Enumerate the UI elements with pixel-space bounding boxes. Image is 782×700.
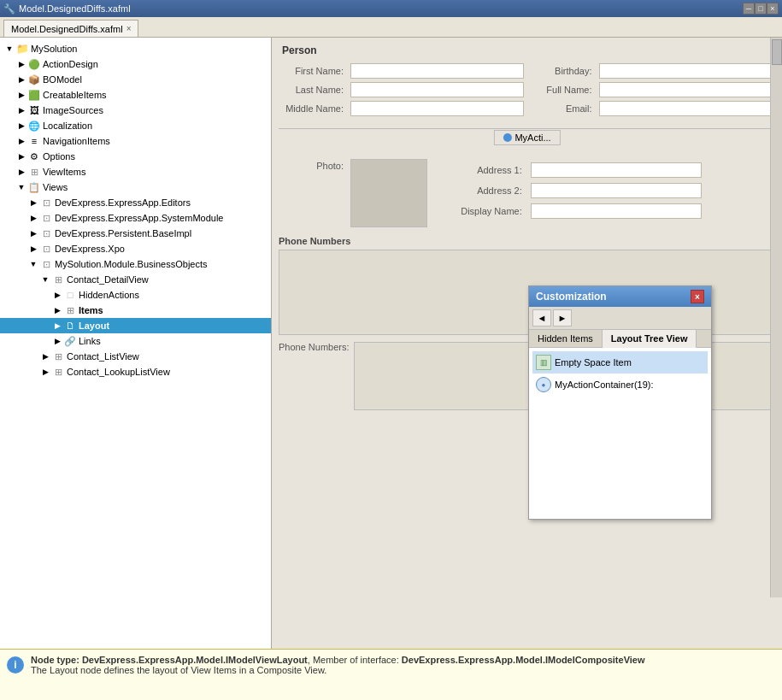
label-fullname: Full Name:	[527, 80, 596, 99]
right-panel-scrollbar[interactable]	[770, 38, 782, 597]
businessobjects-expander[interactable]: ▼	[27, 258, 39, 270]
layout-expander[interactable]: ▶	[51, 320, 63, 332]
options-expander[interactable]: ▶	[15, 150, 27, 162]
systemmodule-expander[interactable]: ▶	[27, 212, 39, 224]
action-button-icon	[503, 133, 511, 142]
main-tab[interactable]: Model.DesignedDiffs.xafml ×	[3, 20, 138, 37]
tree-item-views[interactable]: ▼ 📋 Views	[0, 179, 271, 195]
listview-expander[interactable]: ▶	[39, 350, 51, 362]
empty-space-icon: ▥	[536, 355, 551, 370]
lookuplistview-label: Contact_LookupListView	[67, 367, 170, 377]
tree-item-contact-detailview[interactable]: ▼ ⊞ Contact_DetailView	[0, 272, 271, 287]
input-middlename[interactable]	[350, 101, 524, 116]
customization-title: Customization	[536, 291, 607, 303]
maximize-button[interactable]: □	[755, 3, 767, 15]
layout-icon: 🗋	[63, 319, 77, 332]
info-interface-value: DevExpress.ExpressApp.Model.IModelCompos…	[402, 655, 645, 665]
root-label: MySolution	[31, 44, 77, 54]
tree-item-actiondesign[interactable]: ▶ 🟢 ActionDesign	[0, 56, 271, 72]
tree-item-viewitems[interactable]: ▶ ⊞ ViewItems	[0, 164, 271, 179]
tab-hidden-items[interactable]: Hidden Items	[529, 330, 603, 347]
action-button-label: MyActi...	[514, 132, 550, 143]
root-expander[interactable]: ▼	[3, 43, 15, 55]
options-icon: ⚙	[27, 150, 41, 163]
hiddenactions-expander[interactable]: ▶	[51, 289, 63, 301]
bomodel-expander[interactable]: ▶	[15, 74, 27, 85]
title-bar-controls: ─ □ ×	[743, 3, 779, 15]
input-birthday[interactable]	[599, 63, 773, 79]
actiondesign-label: ActionDesign	[43, 59, 98, 69]
tree-item-items[interactable]: ▶ ⊞ Items	[0, 303, 271, 318]
back-button[interactable]: ◄	[532, 309, 551, 326]
links-expander[interactable]: ▶	[51, 335, 63, 347]
hiddenactions-icon: □	[63, 288, 77, 302]
cust-item-empty-space[interactable]: ▥ Empty Space Item	[532, 351, 708, 374]
input-firstname[interactable]	[350, 63, 524, 79]
action-button[interactable]: MyActi...	[493, 130, 560, 145]
photo-area	[350, 159, 427, 227]
navigationitems-expander[interactable]: ▶	[15, 135, 27, 147]
layout-label: Layout	[79, 321, 109, 331]
tree-item-baseimpl[interactable]: ▶ ⊡ DevExpress.Persistent.BaseImpl	[0, 226, 271, 241]
input-fullname[interactable]	[599, 82, 773, 97]
input-address1[interactable]	[531, 162, 702, 178]
tree-item-bomodel[interactable]: ▶ 📦 BOModel	[0, 72, 271, 87]
section-title: Person	[279, 44, 775, 56]
tree-item-editors[interactable]: ▶ ⊡ DevExpress.ExpressApp.Editors	[0, 195, 271, 210]
tree-item-contact-listview[interactable]: ▶ ⊞ Contact_ListView	[0, 349, 271, 364]
form-table: First Name: Birthday: Last Name: Full Na…	[279, 62, 775, 118]
items-expander[interactable]: ▶	[51, 304, 63, 316]
cust-item-action-container[interactable]: ● MyActionContainer(19):	[532, 374, 708, 396]
input-displayname[interactable]	[531, 203, 702, 219]
actiondesign-expander[interactable]: ▶	[15, 58, 27, 70]
listview-label: Contact_ListView	[67, 351, 139, 362]
tree-item-contact-lookuplistview[interactable]: ▶ ⊞ Contact_LookupListView	[0, 364, 271, 379]
lookuplistview-expander[interactable]: ▶	[39, 366, 51, 378]
scrollbar-thumb[interactable]	[772, 39, 782, 65]
tree-item-layout[interactable]: ▶ 🗋 Layout	[0, 318, 271, 333]
input-email[interactable]	[599, 101, 773, 116]
businessobjects-label: MySolution.Module.BusinessObjects	[55, 259, 208, 269]
tree-item-xpo[interactable]: ▶ ⊡ DevExpress.Xpo	[0, 241, 271, 256]
tree-item-imagesources[interactable]: ▶ 🖼 ImageSources	[0, 103, 271, 118]
baseimpl-expander[interactable]: ▶	[27, 227, 39, 239]
input-lastname[interactable]	[350, 82, 524, 97]
tree-item-businessobjects[interactable]: ▼ ⊡ MySolution.Module.BusinessObjects	[0, 256, 271, 272]
tree-item-creatableitems[interactable]: ▶ 🟩 CreatableItems	[0, 87, 271, 103]
customization-tabs: Hidden Items Layout Tree View	[529, 330, 711, 348]
bomodel-icon: 📦	[27, 73, 41, 86]
viewitems-expander[interactable]: ▶	[15, 166, 27, 178]
tree-item-hiddenactions[interactable]: ▶ □ HiddenActions	[0, 287, 271, 303]
tab-close-button[interactable]: ×	[126, 24, 132, 33]
views-expander[interactable]: ▼	[15, 181, 27, 193]
tree-item-localization[interactable]: ▶ 🌐 Localization	[0, 118, 271, 133]
input-address2[interactable]	[531, 183, 702, 198]
detailview-expander[interactable]: ▼	[39, 274, 51, 285]
forward-button[interactable]: ►	[553, 309, 572, 326]
links-label: Links	[79, 336, 101, 346]
minimize-button[interactable]: ─	[743, 3, 755, 15]
action-container-label: MyActionContainer(19):	[555, 379, 654, 390]
imagesources-expander[interactable]: ▶	[15, 104, 27, 116]
creatableitems-expander[interactable]: ▶	[15, 89, 27, 101]
tree-item-systemmodule[interactable]: ▶ ⊡ DevExpress.ExpressApp.SystemModule	[0, 210, 271, 226]
tree-item-options[interactable]: ▶ ⚙ Options	[0, 149, 271, 164]
localization-expander[interactable]: ▶	[15, 120, 27, 132]
tree-item-navigationitems[interactable]: ▶ ≡ NavigationItems	[0, 133, 271, 149]
info-icon-label: i	[14, 659, 16, 671]
tree-item-links[interactable]: ▶ 🔗 Links	[0, 333, 271, 349]
info-icon: i	[7, 656, 24, 674]
viewitems-icon: ⊞	[27, 165, 41, 179]
editors-expander[interactable]: ▶	[27, 197, 39, 209]
tree-item-root[interactable]: ▼ 📁 MySolution	[0, 41, 271, 56]
close-button[interactable]: ×	[767, 3, 779, 15]
customization-close-button[interactable]: ×	[691, 290, 704, 303]
xpo-expander[interactable]: ▶	[27, 243, 39, 255]
baseimpl-label: DevExpress.Persistent.BaseImpl	[55, 228, 191, 238]
info-separator: , Member of interface:	[308, 655, 402, 665]
detailview-icon: ⊞	[51, 273, 65, 286]
tab-layout-tree-view[interactable]: Layout Tree View	[603, 330, 697, 348]
tab-bar: Model.DesignedDiffs.xafml ×	[0, 17, 782, 38]
creatableitems-icon: 🟩	[27, 88, 41, 102]
layout-tree-view-tab-label: Layout Tree View	[611, 333, 688, 344]
